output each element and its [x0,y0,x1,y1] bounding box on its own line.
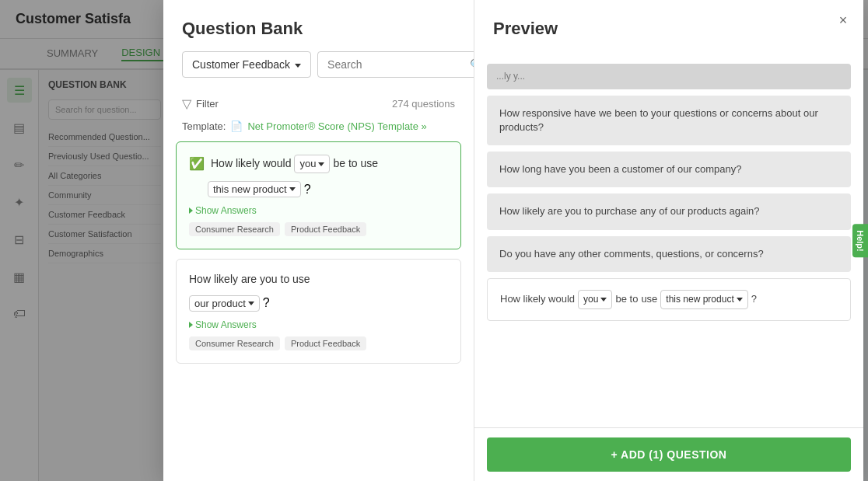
preview-title: Preview [493,19,845,39]
triangle-right-icon [189,207,193,214]
preview-q-item-1: How responsive have we been to your ques… [487,96,851,145]
q1-question-mark: ? [304,183,311,197]
preview-interactive-text3: use [641,291,657,308]
preview-interactive-text1: How likely would [500,291,575,308]
preview-q-interactive: How likely would you be to use this new … [487,278,851,321]
triangle-right-icon-2 [189,322,193,328]
add-question-button[interactable]: + ADD (1) QUESTION [487,437,851,472]
qb-category-select[interactable]: Customer Feedback [182,51,311,78]
q1-second-line: this new product ? [189,181,448,197]
question-card-2[interactable]: How likely are you to use our product ? … [176,259,461,364]
preview-q-item-3: How likely are you to purchase any of ou… [487,193,851,229]
q2-show-answers[interactable]: Show Answers [189,319,448,330]
qb-title: Question Bank [182,19,455,39]
nps-template-link[interactable]: Net Promoter® Score (NPS) Template » [247,120,426,132]
q1-dropdown-product[interactable]: this new product [208,181,301,197]
preview-interactive-question-mark: ? [751,291,757,308]
q-text-1: How likely would you be to use [211,155,378,173]
q2-second-line: our product ? [189,295,448,312]
qb-filter-row: ▽ Filter 274 questions [163,90,474,117]
preview-dropdown-product[interactable]: this new product [660,290,747,309]
preview-list: ...ly y... How responsive have we been t… [474,64,863,427]
modal-close-button[interactable]: × [832,9,854,31]
qb-filter-label[interactable]: Filter [196,98,219,110]
template-doc-icon: 📄 [230,120,243,132]
qb-template-row: Template: 📄 Net Promoter® Score (NPS) Te… [163,117,474,141]
preview-q-3-text: How likely are you to purchase any of ou… [499,205,760,217]
q2-tags: Consumer Research Product Feedback [189,336,448,350]
preview-q-item-2: How long have you been a customer of our… [487,152,851,187]
preview-q-4-text: Do you have any other comments, question… [499,248,764,260]
preview-dropdown-you[interactable]: you [578,290,612,309]
preview-panel: Preview ...ly y... How responsive have w… [474,0,863,481]
question-bank-panel: Question Bank Customer Feedback 🔍 ▽ Filt… [163,0,474,481]
preview-q-0-text: ...ly y... [496,71,525,82]
question-card-1[interactable]: ✅ How likely would you be to use this ne… [176,141,461,249]
q1-dropdown-you[interactable]: you [294,155,330,173]
qb-search-row: Customer Feedback 🔍 [182,51,455,78]
qb-questions-list: ✅ How likely would you be to use this ne… [163,141,474,481]
q2-tag-product: Product Feedback [285,336,366,350]
add-btn-row: + ADD (1) QUESTION [474,427,863,481]
q1-tags: Consumer Research Product Feedback [189,222,448,236]
qb-search-input[interactable] [327,58,464,71]
q1-text-part1: How likely would [211,156,291,172]
help-button[interactable]: Help! [852,224,868,258]
q2-dropdown-product[interactable]: our product [189,295,260,312]
q1-text-part2: be to use [333,156,378,172]
q2-question-mark: ? [263,296,270,310]
chevron-down-icon [295,58,301,71]
q2-text-part1: How likely are you to use [189,272,310,288]
preview-interactive-text2: be to [615,291,638,308]
preview-q-1-text: How responsive have we been to your ques… [499,107,818,133]
qb-header: Question Bank Customer Feedback 🔍 [163,0,474,90]
check-icon-1: ✅ [189,156,205,171]
template-label: Template: [182,120,226,132]
q1-tag-consumer: Consumer Research [189,222,280,236]
q1-tag-product: Product Feedback [285,222,366,236]
preview-q-item-0: ...ly y... [487,64,851,89]
preview-q-item-4: Do you have any other comments, question… [487,236,851,272]
qb-search-box: 🔍 [317,51,474,78]
q2-tag-consumer: Consumer Research [189,336,280,350]
qb-category-label: Customer Feedback [192,58,290,71]
preview-q-2-text: How long have you been a customer of our… [499,163,741,175]
q-card-1-top: ✅ How likely would you be to use [189,155,448,173]
filter-icon: ▽ [182,96,191,111]
qb-question-count: 274 questions [392,98,455,110]
q-card-2-top: How likely are you to use [189,272,448,288]
preview-header: Preview [474,0,863,64]
modal: × Question Bank Customer Feedback 🔍 ▽ Fi… [163,0,863,481]
q-text-2: How likely are you to use [189,272,310,288]
q1-show-answers[interactable]: Show Answers [189,205,448,216]
